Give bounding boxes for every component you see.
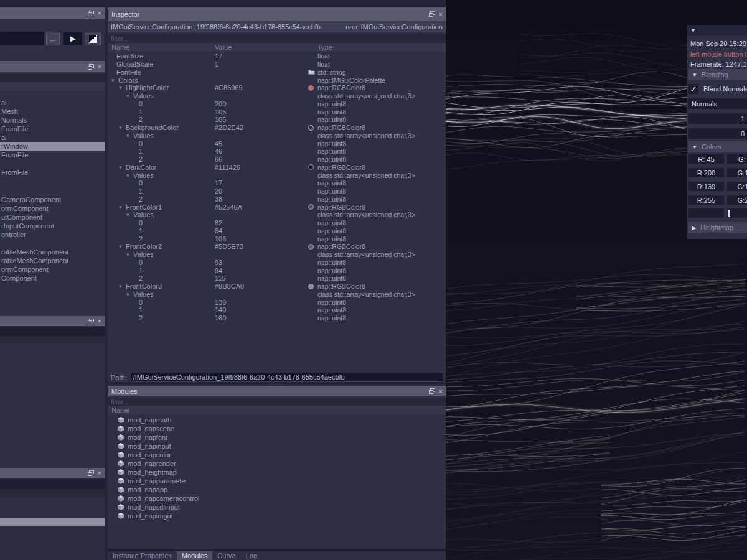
float-panel-icon[interactable] (429, 11, 435, 17)
property-value[interactable]: 140 (215, 306, 308, 314)
dock-tab-instance-properties[interactable]: Instance Properties (108, 551, 177, 560)
inspector-column-header[interactable]: Name Value Type (108, 43, 446, 52)
module-row[interactable]: mod_naprender (108, 459, 446, 468)
outline-item[interactable]: utComponent (0, 213, 105, 222)
module-row[interactable]: mod_napsdlinput (108, 503, 446, 511)
property-value[interactable]: #C86969 (215, 84, 308, 91)
heightmap-header[interactable]: ▶ Heightmap (688, 222, 747, 233)
property-row[interactable]: 017nap::uint8 (108, 179, 446, 187)
property-row[interactable]: ▾Valuesclass std::array<unsigned char,3> (108, 171, 446, 179)
property-row[interactable]: 0200nap::uint8 (108, 100, 446, 108)
blend-input-2[interactable]: 0 (688, 128, 747, 139)
outline-item[interactable]: rableMeshComponent (0, 248, 105, 256)
property-row[interactable]: ▾Colorsnap::IMGuiColorPalette (108, 76, 446, 84)
panel-title-bar[interactable]: × (0, 7, 105, 19)
property-row[interactable]: ▾Valuesclass std::array<unsigned char,3> (108, 92, 446, 100)
blending-header[interactable]: ▼ Blending (688, 69, 747, 80)
property-value[interactable]: 66 (215, 156, 308, 163)
slider-track-left[interactable] (688, 208, 724, 218)
color-r-field[interactable]: R:139 (688, 182, 724, 191)
property-row[interactable]: 184nap::uint8 (108, 227, 446, 235)
property-row[interactable]: 120nap::uint8 (108, 187, 446, 195)
property-value[interactable]: 139 (215, 299, 308, 306)
property-row[interactable]: 1140nap::uint8 (108, 306, 446, 314)
blend-input-1[interactable]: 1 (688, 113, 747, 124)
property-row[interactable]: 2106nap::uint8 (108, 235, 446, 243)
property-value[interactable]: 82 (215, 219, 308, 226)
module-row[interactable]: mod_napmath (108, 416, 446, 424)
column-name[interactable]: Name (111, 44, 215, 51)
property-value[interactable]: 84 (215, 227, 308, 235)
close-panel-icon[interactable]: × (98, 470, 101, 476)
column-value[interactable]: Value (215, 44, 308, 51)
tree-caret-icon[interactable]: ▾ (126, 212, 133, 218)
property-value[interactable]: #52546A (215, 203, 308, 211)
resource-search-input[interactable] (0, 32, 44, 45)
filter-input[interactable] (0, 327, 105, 336)
property-value[interactable]: 105 (215, 116, 308, 123)
property-row[interactable]: ▾DarkColor#111426nap::RGBColor8 (108, 164, 446, 172)
property-value[interactable]: #5D5E73 (215, 243, 308, 250)
outline-item[interactable]: Mesh (0, 107, 105, 116)
property-row[interactable]: FontFilestd::string (108, 68, 446, 77)
property-row[interactable]: 146nap::uint8 (108, 147, 446, 156)
color-r-field[interactable]: R: 45 (688, 154, 724, 164)
property-value[interactable]: 45 (215, 140, 308, 147)
property-value[interactable]: 38 (215, 195, 308, 203)
property-value[interactable]: 17 (215, 52, 308, 60)
tree-caret-icon[interactable]: ▾ (126, 93, 133, 99)
tree-caret-icon[interactable]: ▾ (126, 133, 133, 139)
property-value[interactable]: 200 (215, 100, 308, 108)
property-row[interactable]: 2160nap::uint8 (108, 314, 446, 322)
property-value[interactable]: #2D2E42 (215, 124, 308, 131)
property-value[interactable]: 1 (215, 60, 308, 68)
property-value[interactable]: 115 (215, 274, 308, 282)
tree-caret-icon[interactable]: ▾ (119, 283, 126, 289)
tree-caret-icon[interactable]: ▾ (119, 85, 126, 91)
module-row[interactable]: mod_napparameter (108, 477, 446, 485)
outline-item[interactable]: al (0, 133, 105, 142)
property-value[interactable]: 46 (215, 147, 308, 155)
outline-item[interactable]: CameraComponent (0, 195, 105, 204)
float-panel-icon[interactable] (429, 388, 435, 394)
color-g-field[interactable]: G:25 (727, 195, 747, 205)
outline-item[interactable]: ontroller (0, 230, 105, 239)
property-value[interactable]: #8B8CA0 (215, 282, 308, 290)
outline-item[interactable]: ormComponent (0, 204, 105, 213)
panel-title-bar[interactable]: × (0, 316, 105, 326)
tree-caret-icon[interactable]: ▾ (119, 204, 126, 210)
tree-caret-icon[interactable]: ▾ (119, 243, 126, 250)
list-item-selected[interactable] (0, 518, 105, 526)
property-row[interactable]: 2105nap::uint8 (108, 116, 446, 124)
browse-button[interactable]: ... (46, 32, 60, 45)
property-value[interactable]: 106 (215, 235, 308, 243)
property-row[interactable]: 2115nap::uint8 (108, 274, 446, 282)
modules-column-header[interactable]: Name (108, 406, 446, 414)
outline-item[interactable]: al (0, 98, 105, 107)
close-panel-icon[interactable]: × (439, 11, 443, 17)
outline-item[interactable]: FromFile (0, 124, 105, 133)
module-row[interactable]: mod_napapp (108, 485, 446, 494)
outline-item[interactable]: Normals (0, 116, 105, 124)
property-value[interactable]: 105 (215, 108, 308, 116)
property-row[interactable]: ▾FrontColor2#5D5E73nap::RGBColor8 (108, 243, 446, 251)
outline-item[interactable]: FromFile (0, 168, 105, 177)
imgui-title-bar[interactable]: ▼ (687, 25, 747, 36)
inspector-filter-input[interactable] (108, 34, 446, 43)
column-type[interactable]: Type (317, 44, 332, 51)
close-panel-icon[interactable]: × (98, 318, 101, 324)
module-row[interactable]: mod_napinput (108, 442, 446, 450)
property-value[interactable]: 17 (215, 179, 308, 187)
colors-header[interactable]: ▼ Colors (688, 141, 747, 152)
dock-tab-modules[interactable]: Modules (177, 551, 213, 560)
property-value[interactable]: 94 (215, 267, 308, 274)
panel-title-bar[interactable]: Inspector × (108, 7, 446, 21)
tree-caret-icon[interactable]: ▾ (119, 164, 126, 170)
property-row[interactable]: 194nap::uint8 (108, 266, 446, 274)
slider-track-right[interactable]: 0 (727, 208, 747, 218)
color-r-field[interactable]: R:200 (688, 168, 724, 177)
module-row[interactable]: mod_napscene (108, 424, 446, 433)
property-row[interactable]: ▾HighlightColor#C86969nap::RGBColor8 (108, 84, 446, 92)
property-row[interactable]: 266nap::uint8 (108, 156, 446, 164)
outline-item[interactable]: ormComponent (0, 265, 105, 274)
